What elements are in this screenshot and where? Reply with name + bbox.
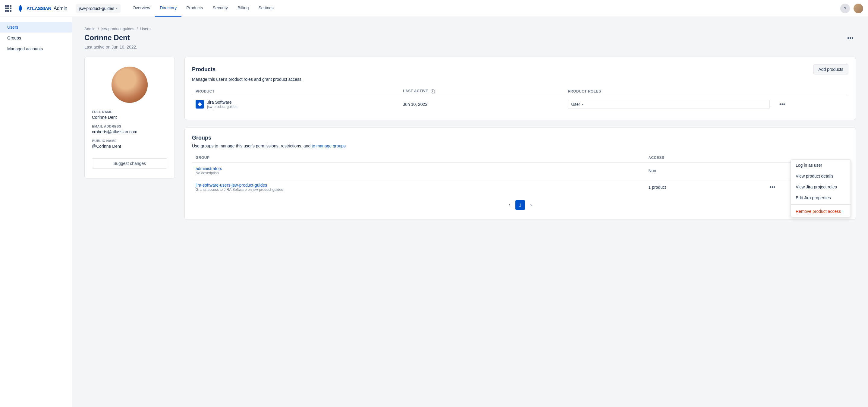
products-table: Product Last active i Product roles xyxy=(192,87,848,113)
more-options-button[interactable]: ••• xyxy=(845,33,856,43)
group-name-cell: administrators No description xyxy=(192,162,645,179)
products-section: Products Add products Manage this user's… xyxy=(184,57,856,120)
next-page-button[interactable]: › xyxy=(526,200,536,210)
nav-products[interactable]: Products xyxy=(181,0,208,17)
prev-page-button[interactable]: ‹ xyxy=(504,200,514,210)
chevron-down-icon: ▾ xyxy=(116,7,118,10)
avatar-image xyxy=(854,4,863,13)
group-access-cell: Non xyxy=(645,162,764,179)
col-access: Access xyxy=(645,153,764,162)
col-product: Product xyxy=(192,87,399,96)
org-name: jsw-product-guides xyxy=(79,6,114,11)
help-button[interactable]: ? xyxy=(840,4,850,13)
add-products-button[interactable]: Add products xyxy=(813,64,849,74)
groups-section: Groups Use groups to manage this user's … xyxy=(184,127,856,220)
group-name-cell-2: jira-software-users-jsw-product-guides G… xyxy=(192,179,645,196)
product-name: Jira Software xyxy=(207,100,238,105)
grid-icon[interactable] xyxy=(5,5,11,12)
suggest-changes-button[interactable]: Suggest changes xyxy=(92,158,167,168)
nav-billing[interactable]: Billing xyxy=(233,0,253,17)
product-more-button[interactable]: ••• xyxy=(777,100,787,109)
col-last-active: Last active i xyxy=(399,87,564,96)
groups-table-header-row: Group Access xyxy=(192,153,848,162)
dropdown-edit-jira-properties[interactable]: Edit Jira properties xyxy=(791,192,850,203)
profile-fields: Full name Corinne Dent Email address cro… xyxy=(92,110,167,153)
full-name-label: Full name xyxy=(92,110,167,114)
topnav-left: ATLASSIAN Admin jsw-product-guides ▾ xyxy=(5,4,121,13)
nav-security[interactable]: Security xyxy=(208,0,233,17)
sidebar-item-users[interactable]: Users xyxy=(0,22,72,33)
group-access-badge-2: 1 product xyxy=(648,185,666,190)
product-action-cell: ••• xyxy=(773,96,848,113)
nav-settings[interactable]: Settings xyxy=(253,0,278,17)
group-name-link[interactable]: administrators xyxy=(195,166,222,171)
profile-avatar xyxy=(112,67,148,103)
breadcrumb-users[interactable]: Users xyxy=(140,27,150,31)
products-table-header-row: Product Last active i Product roles xyxy=(192,87,848,96)
profile-email-field: Email address croberts@atlassian.com xyxy=(92,125,167,134)
profile-card: Full name Corinne Dent Email address cro… xyxy=(84,57,175,179)
groups-section-header: Groups xyxy=(192,135,848,141)
col-group: Group xyxy=(192,153,645,162)
breadcrumb: Admin / jsw-product-guides / Users xyxy=(84,27,856,31)
jira-diamond-icon xyxy=(198,102,202,106)
table-row: jira-software-users-jsw-product-guides G… xyxy=(192,179,848,196)
role-value: User xyxy=(571,102,580,107)
profile-full-name-field: Full name Corinne Dent xyxy=(92,110,167,120)
last-active-info-icon[interactable]: i xyxy=(431,89,435,93)
dropdown-menu: Log in as user View product details View… xyxy=(790,159,851,217)
topnav: ATLASSIAN Admin jsw-product-guides ▾ Ove… xyxy=(0,0,868,17)
last-active-text: Last active on Jun 10, 2022. xyxy=(84,44,856,50)
org-selector[interactable]: jsw-product-guides ▾ xyxy=(76,4,121,13)
product-role-cell: User ▾ xyxy=(564,96,773,113)
right-panel: Products Add products Manage this user's… xyxy=(184,57,856,227)
full-name-value: Corinne Dent xyxy=(92,115,167,120)
nav-overview[interactable]: Overview xyxy=(128,0,155,17)
role-dropdown-chevron: ▾ xyxy=(582,103,584,106)
dropdown-divider xyxy=(791,205,850,205)
product-key: jsw-product-guides xyxy=(207,105,238,109)
sidebar-item-groups[interactable]: Groups xyxy=(0,33,72,43)
atlassian-logo: ATLASSIAN Admin xyxy=(16,4,67,13)
profile-avatar-image xyxy=(112,67,148,103)
user-avatar[interactable] xyxy=(854,4,863,13)
email-value: croberts@atlassian.com xyxy=(92,129,167,134)
breadcrumb-sep-1: / xyxy=(98,27,99,31)
products-description: Manage this user's product roles and gra… xyxy=(192,77,848,82)
sidebar-item-managed-accounts[interactable]: Managed accounts xyxy=(0,43,72,54)
product-name-cell: Jira Software jsw-product-guides xyxy=(192,96,399,113)
group-more-button[interactable]: ••• xyxy=(767,183,778,192)
nav-directory[interactable]: Directory xyxy=(155,0,181,17)
dropdown-login-as-user[interactable]: Log in as user xyxy=(791,160,850,170)
products-section-header: Products Add products xyxy=(192,64,848,74)
jira-software-icon xyxy=(195,100,204,108)
group-name-link-2[interactable]: jira-software-users-jsw-product-guides xyxy=(195,183,267,188)
group-desc: No description xyxy=(195,171,641,175)
breadcrumb-org[interactable]: jsw-product-guides xyxy=(101,27,134,31)
product-name-container: Jira Software jsw-product-guides xyxy=(195,100,396,109)
breadcrumb-sep-2: / xyxy=(137,27,138,31)
content-grid: Full name Corinne Dent Email address cro… xyxy=(84,57,856,227)
atlassian-wordmark: ATLASSIAN xyxy=(27,6,51,11)
products-title: Products xyxy=(192,66,216,73)
dropdown-view-jira-project-roles[interactable]: View Jira project roles xyxy=(791,182,850,192)
dropdown-remove-product-access[interactable]: Remove product access xyxy=(791,206,850,217)
role-dropdown[interactable]: User ▾ xyxy=(568,100,770,109)
email-label: Email address xyxy=(92,125,167,128)
page-header: Corinne Dent ••• xyxy=(84,33,856,43)
group-desc-2: Grants access to JIRA Software on jsw-pr… xyxy=(195,188,641,192)
sidebar: Users Groups Managed accounts xyxy=(0,17,72,407)
topnav-right: ? xyxy=(840,4,863,13)
table-row: Jira Software jsw-product-guides Jun 10,… xyxy=(192,96,848,113)
page-1-button[interactable]: 1 xyxy=(516,200,525,210)
group-access-badge: Non xyxy=(648,168,656,173)
table-row: administrators No description Non xyxy=(192,162,848,179)
manage-groups-link[interactable]: to manage groups xyxy=(312,144,346,148)
col-product-roles: Product roles xyxy=(564,87,773,96)
groups-description: Use groups to manage this user's permiss… xyxy=(192,144,848,148)
dropdown-view-product-details[interactable]: View product details xyxy=(791,170,850,182)
page-layout: Users Groups Managed accounts Admin / js… xyxy=(0,17,868,407)
groups-title: Groups xyxy=(192,135,211,141)
page-title: Corinne Dent xyxy=(84,33,130,42)
breadcrumb-admin[interactable]: Admin xyxy=(84,27,96,31)
